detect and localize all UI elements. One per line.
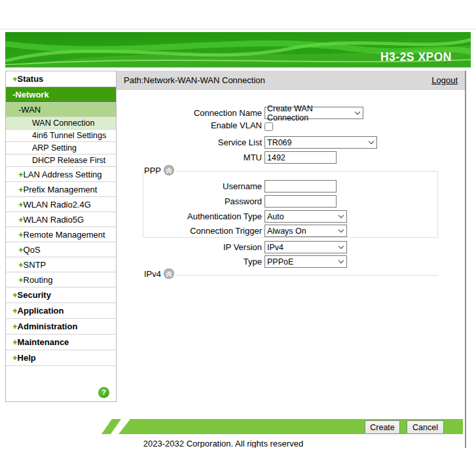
sidebar-item-label: Network	[15, 90, 48, 100]
ipv4-section-label: IPv4	[144, 269, 161, 279]
sidebar-item-label: Prefix Management	[24, 185, 98, 194]
connection-trigger-label: Connection Trigger	[117, 225, 262, 237]
expand-icon: +	[12, 321, 18, 331]
logout-link[interactable]: Logout	[431, 75, 458, 85]
sidebar-item-lan-address-setting[interactable]: +LAN Address Setting	[6, 167, 116, 182]
expand-icon: +	[18, 275, 24, 285]
sidebar-item-label: WAN Connection	[32, 119, 94, 128]
expand-icon: +	[18, 215, 24, 225]
expand-icon: +	[18, 260, 24, 270]
username-input[interactable]	[265, 180, 337, 192]
sidebar-item-wan[interactable]: -WAN	[6, 103, 116, 117]
sidebar-item-network[interactable]: -Network	[6, 87, 116, 103]
enable-vlan-label: Enable VLAN	[117, 120, 262, 131]
sidebar-item-4in6-tunnel-settings[interactable]: 4in6 Tunnel Settings	[6, 130, 116, 142]
sidebar-item-status[interactable]: +Status	[6, 71, 116, 87]
chevron-down-icon	[369, 139, 374, 144]
sidebar-item-maintenance[interactable]: +Maintenance	[6, 335, 116, 350]
sidebar-item-label: WLAN Radio2.4G	[24, 200, 91, 210]
sidebar-item-label: Remote Management	[24, 230, 105, 240]
connection-trigger-select[interactable]: Always On	[265, 225, 347, 237]
sidebar-item-label: Maintenance	[18, 337, 69, 347]
sidebar-item-label: SNTP	[24, 260, 46, 270]
ipv4-section-divider	[174, 275, 438, 276]
connection-name-value: Create WAN Connection	[267, 104, 352, 122]
sidebar-item-label: 4in6 Tunnel Settings	[32, 131, 106, 140]
sidebar-nav: +Status -Network -WAN WAN Connection 4in…	[5, 71, 117, 402]
cancel-button[interactable]: Cancel	[407, 420, 444, 434]
top-divider	[0, 29, 476, 29]
sidebar-item-label: WAN	[21, 105, 41, 115]
connection-name-select[interactable]: Create WAN Connection	[265, 107, 363, 119]
enable-vlan-checkbox[interactable]	[265, 122, 273, 131]
mtu-label: MTU	[117, 151, 262, 164]
sidebar-item-label: WLAN Radio5G	[24, 215, 84, 225]
sidebar-item-arp-setting[interactable]: ARP Setting	[6, 142, 116, 155]
help-icon[interactable]: ?	[98, 387, 109, 398]
sidebar-item-label: Routing	[24, 275, 53, 285]
expand-icon: +	[18, 185, 24, 194]
ip-version-label: IP Version	[117, 241, 262, 253]
chevron-down-icon	[355, 109, 360, 115]
content-right-border	[465, 71, 466, 448]
password-label: Password	[117, 195, 262, 208]
type-label: Type	[117, 255, 262, 268]
password-input[interactable]	[265, 195, 337, 208]
device-model-title: H3-2S XPON	[380, 50, 452, 64]
sidebar-item-label: Status	[18, 74, 44, 84]
sidebar-item-label: LAN Address Setting	[24, 170, 102, 179]
sidebar-item-wlan-radio24g[interactable]: +WLAN Radio2.4G	[6, 197, 116, 212]
mtu-input[interactable]	[265, 151, 337, 164]
username-label: Username	[117, 180, 262, 192]
authentication-type-select[interactable]: Auto	[265, 210, 347, 223]
sidebar-item-dhcp-release-first[interactable]: DHCP Release First	[6, 155, 116, 167]
sidebar-item-routing[interactable]: +Routing	[6, 272, 116, 287]
authentication-type-label: Authentication Type	[117, 210, 262, 223]
sidebar-item-sntp[interactable]: +SNTP	[6, 257, 116, 272]
expand-icon: +	[18, 200, 24, 210]
collapse-section-icon[interactable]	[164, 165, 174, 175]
expand-icon: +	[12, 353, 18, 363]
sidebar-item-label: DHCP Release First	[32, 156, 105, 165]
sidebar-item-label: Application	[18, 306, 64, 316]
expand-icon: +	[12, 337, 18, 347]
sidebar-item-qos[interactable]: +QoS	[6, 242, 116, 257]
sidebar-item-application[interactable]: +Application	[6, 303, 116, 319]
connection-name-label: Connection Name	[117, 107, 262, 119]
type-select[interactable]: PPPoE	[265, 255, 347, 268]
expand-icon: +	[18, 170, 24, 179]
chevron-down-icon	[339, 244, 344, 249]
collapse-section-icon[interactable]	[164, 268, 174, 279]
breadcrumb: Path:Network-WAN-WAN Connection	[124, 75, 265, 85]
sidebar-item-label: ARP Setting	[32, 143, 77, 153]
authentication-type-value: Auto	[267, 212, 284, 221]
sidebar-item-label: Help	[18, 353, 36, 363]
expand-icon: +	[12, 306, 18, 316]
sidebar-item-wlan-radio5g[interactable]: +WLAN Radio5G	[6, 212, 116, 227]
copyright-text: 2023-2032 Corporation. All rights reserv…	[0, 438, 447, 448]
type-value: PPPoE	[267, 257, 293, 266]
expand-icon: +	[18, 230, 24, 240]
sidebar-item-help[interactable]: +Help	[6, 350, 116, 366]
sidebar-item-label: Security	[18, 290, 51, 300]
sidebar-item-label: QoS	[24, 245, 41, 255]
ppp-section-label: PPP	[144, 166, 161, 175]
connection-trigger-value: Always On	[267, 227, 306, 236]
brand-banner: H3-2S XPON	[5, 32, 471, 67]
sidebar-item-prefix-management[interactable]: +Prefix Management	[6, 182, 116, 197]
ip-version-select[interactable]: IPv4	[265, 241, 347, 253]
service-list-label: Service List	[117, 136, 262, 149]
sidebar-item-security[interactable]: +Security	[6, 287, 116, 303]
chevron-down-icon	[339, 227, 344, 232]
create-button[interactable]: Create	[365, 420, 400, 434]
chevron-down-icon	[339, 258, 344, 263]
sidebar-item-remote-management[interactable]: +Remote Management	[6, 227, 116, 242]
sidebar-item-administration[interactable]: +Administration	[6, 319, 116, 335]
expand-icon: +	[18, 245, 24, 255]
breadcrumb-bar: Path:Network-WAN-WAN Connection Logout	[117, 71, 465, 90]
ip-version-value: IPv4	[267, 243, 284, 252]
sidebar-item-label: Administration	[18, 321, 78, 331]
sidebar-item-wan-connection[interactable]: WAN Connection	[6, 117, 116, 130]
expand-icon: +	[12, 290, 18, 300]
service-list-select[interactable]: TR069	[265, 136, 377, 149]
